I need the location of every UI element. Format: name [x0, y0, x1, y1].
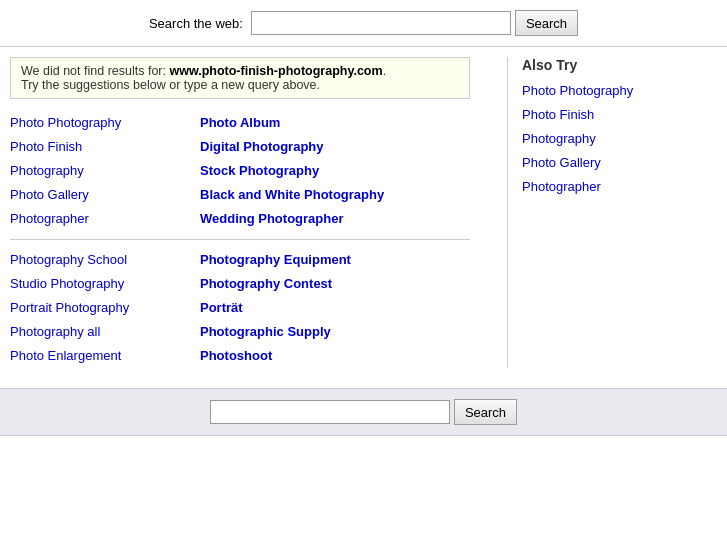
link-column-1: Photo PhotographyPhoto FinishPhotography… — [10, 111, 200, 231]
also-try-link[interactable]: Photo Finish — [522, 103, 717, 127]
list-item[interactable]: Studio Photography — [10, 272, 200, 296]
link-column-3: Photography SchoolStudio PhotographyPort… — [10, 248, 200, 368]
list-item[interactable]: Photography all — [10, 320, 200, 344]
also-try-title: Also Try — [522, 57, 717, 73]
list-item[interactable]: Photo Gallery — [10, 183, 200, 207]
list-item[interactable]: Photography — [10, 159, 200, 183]
list-item[interactable]: Stock Photography — [200, 159, 390, 183]
footer-search-input[interactable] — [210, 400, 450, 424]
header-search-input[interactable] — [251, 11, 511, 35]
no-results-box: We did not find results for: www.photo-f… — [10, 57, 470, 99]
header-search-bar: Search the web: Search — [0, 0, 727, 47]
list-item[interactable]: Photo Album — [200, 111, 390, 135]
list-item[interactable]: Porträt — [200, 296, 390, 320]
footer-search-button[interactable]: Search — [454, 399, 517, 425]
list-item[interactable]: Photoshoot — [200, 344, 390, 368]
no-results-domain: www.photo-finish-photography.com — [169, 64, 382, 78]
also-try-link[interactable]: Photographer — [522, 175, 717, 199]
also-try-link[interactable]: Photo Photography — [522, 79, 717, 103]
list-item[interactable]: Wedding Photographer — [200, 207, 390, 231]
list-item[interactable]: Portrait Photography — [10, 296, 200, 320]
no-results-suggestion: Try the suggestions below or type a new … — [21, 78, 320, 92]
list-item[interactable]: Photography Contest — [200, 272, 390, 296]
footer-search-bar: Search — [0, 388, 727, 436]
main-container: We did not find results for: www.photo-f… — [0, 47, 727, 368]
no-results-prefix: We did not find results for: — [21, 64, 169, 78]
also-try-link[interactable]: Photography — [522, 127, 717, 151]
link-column-4: Photography EquipmentPhotography Contest… — [200, 248, 390, 368]
list-item[interactable]: Digital Photography — [200, 135, 390, 159]
list-item[interactable]: Black and White Photography — [200, 183, 390, 207]
list-item[interactable]: Photo Photography — [10, 111, 200, 135]
also-try-link[interactable]: Photo Gallery — [522, 151, 717, 175]
left-section: We did not find results for: www.photo-f… — [10, 57, 497, 368]
also-try-links: Photo PhotographyPhoto FinishPhotography… — [522, 79, 717, 199]
list-item[interactable]: Photography Equipment — [200, 248, 390, 272]
search-label: Search the web: — [149, 16, 243, 31]
right-section: Also Try Photo PhotographyPhoto FinishPh… — [507, 57, 717, 368]
list-item[interactable]: Photography School — [10, 248, 200, 272]
links-area-2: Photography SchoolStudio PhotographyPort… — [10, 248, 497, 368]
list-item[interactable]: Photographic Supply — [200, 320, 390, 344]
section-divider — [10, 239, 470, 240]
link-column-2: Photo AlbumDigital PhotographyStock Phot… — [200, 111, 390, 231]
header-search-button[interactable]: Search — [515, 10, 578, 36]
list-item[interactable]: Photo Finish — [10, 135, 200, 159]
links-area-1: Photo PhotographyPhoto FinishPhotography… — [10, 111, 497, 231]
list-item[interactable]: Photographer — [10, 207, 200, 231]
no-results-period: . — [383, 64, 386, 78]
list-item[interactable]: Photo Enlargement — [10, 344, 200, 368]
